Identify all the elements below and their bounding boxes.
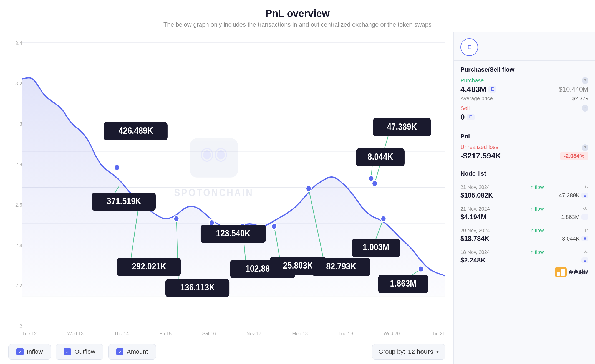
node-4-amount-row: $2.248K E <box>460 256 588 264</box>
y-label-20: 2 <box>8 323 22 329</box>
main-content: 3.4 3.2 3 2.8 2.6 2.4 2.2 2 <box>0 32 595 364</box>
x-label-5: Nov 17 <box>246 331 261 337</box>
node-1-flow: In flow <box>529 184 544 190</box>
purchase-label-row: Purchase ? <box>460 77 588 84</box>
x-axis: Tue 12 Wed 13 Thu 14 Fri 15 Sat 16 Nov 1… <box>22 331 445 337</box>
svg-text:1.863M: 1.863M <box>390 278 417 288</box>
node-4-date: 18 Nov, 2024 <box>460 249 490 255</box>
page-header: PnL overview The below graph only includ… <box>0 0 595 32</box>
node-item-4: 18 Nov, 2024 In flow 👁 $2.248K E <box>460 246 588 281</box>
node-1-date: 21 Nov, 2024 <box>460 184 490 190</box>
node-3-token: 8.044K E <box>562 236 588 242</box>
node-item-3-header: 20 Nov, 2024 In flow 👁 <box>460 228 588 234</box>
sell-help-icon[interactable]: ? <box>582 105 588 112</box>
x-label-6: Mon 18 <box>292 331 308 337</box>
x-label-4: Sat 16 <box>202 331 216 337</box>
svg-point-30 <box>418 266 423 272</box>
outflow-checkbox[interactable]: ✓ <box>64 348 71 355</box>
sidebar-top: E <box>454 32 595 61</box>
node-1-token: 47.389K E <box>559 192 588 199</box>
y-label-24: 2.4 <box>8 243 22 249</box>
sell-token-badge: E <box>467 114 475 120</box>
node-3-usd: $18.784K <box>460 235 489 242</box>
y-label-22: 2.2 <box>8 283 22 289</box>
pnl-title: PnL <box>460 133 588 140</box>
svg-text:◉◉: ◉◉ <box>200 143 228 163</box>
y-label-30: 3 <box>8 121 22 127</box>
svg-text:136.113K: 136.113K <box>180 282 215 292</box>
node-2-date: 21 Nov, 2024 <box>460 206 490 212</box>
x-label-9: Thu 21 <box>430 331 445 337</box>
node-4-usd: $2.248K <box>460 256 486 264</box>
inflow-label: Inflow <box>27 348 43 355</box>
svg-text:82.793K: 82.793K <box>326 261 356 271</box>
unrealized-label: Unrealized loss ? <box>460 144 588 150</box>
svg-text:1.003M: 1.003M <box>363 242 389 252</box>
eye-icon-4[interactable]: 👁 <box>583 249 588 255</box>
svg-rect-58 <box>557 272 560 276</box>
x-label-3: Fri 15 <box>160 331 172 337</box>
svg-point-25 <box>272 223 277 229</box>
pnl-row: -$217.594K -2.084% <box>460 151 588 160</box>
outflow-label: Outflow <box>74 348 95 355</box>
svg-text:371.519K: 371.519K <box>107 196 141 206</box>
svg-text:SPOTONCHAIN: SPOTONCHAIN <box>174 187 253 198</box>
amount-toggle[interactable]: ✓ Amount <box>108 344 156 360</box>
y-label-28: 2.8 <box>8 162 22 168</box>
unrealized-help-icon[interactable]: ? <box>582 144 588 151</box>
svg-point-20 <box>114 165 120 171</box>
price-chart: 426.489K 371.519K 292.021K 136.113K 123.… <box>22 38 445 329</box>
group-by-dropdown[interactable]: Group by: 12 hours ▾ <box>372 344 445 360</box>
avg-price-row: Average price $2.329 <box>460 95 588 102</box>
inflow-checkbox[interactable]: ✓ <box>16 348 24 355</box>
svg-text:8.044K: 8.044K <box>368 152 393 162</box>
token-avatar: E <box>460 38 478 56</box>
inflow-toggle[interactable]: ✓ Inflow <box>8 344 51 360</box>
group-by-value: 12 hours <box>408 348 433 355</box>
y-label-26: 2.6 <box>8 202 22 208</box>
avg-price-value: $2.329 <box>572 95 588 102</box>
node-1-amount-row: $105.082K 47.389K E <box>460 191 588 199</box>
sell-amount: 0 E <box>460 113 475 122</box>
node-item-4-header: 18 Nov, 2024 In flow 👁 <box>460 249 588 255</box>
purchase-amount-value: 4.483M <box>460 85 486 94</box>
x-label-8: Wed 20 <box>384 331 400 337</box>
svg-rect-59 <box>561 269 565 276</box>
pnl-section: PnL Unrealized loss ? -$217.594K -2.084% <box>454 128 595 165</box>
node-3-flow: In flow <box>529 228 544 234</box>
purchase-usd: $10.440M <box>559 85 588 93</box>
purchase-help-icon[interactable]: ? <box>582 77 588 84</box>
y-label-34: 3.4 <box>8 41 22 46</box>
group-by-label: Group by: <box>379 348 405 355</box>
sell-amount-row: 0 E <box>460 113 588 122</box>
eye-icon-3[interactable]: 👁 <box>583 228 588 234</box>
purchase-amount-row: 4.483M E $10.440M <box>460 85 588 94</box>
node-4-flow: In flow <box>529 249 544 255</box>
node-2-usd: $4.194M <box>460 213 486 221</box>
svg-text:292.021K: 292.021K <box>132 261 166 271</box>
eye-icon-2[interactable]: 👁 <box>583 206 588 212</box>
purchase-amount: 4.483M E <box>460 85 496 94</box>
purchase-sell-section: Purchase/Sell flow Purchase ? 4.483M E $… <box>454 61 595 128</box>
purchase-label: Purchase <box>460 77 484 84</box>
node-item-2: 21 Nov, 2024 In flow 👁 $4.194M 1.863M E <box>460 203 588 224</box>
node-2-amount-row: $4.194M 1.863M E <box>460 213 588 221</box>
pnl-percentage-badge: -2.084% <box>560 152 589 160</box>
node-list-section: Node list 21 Nov, 2024 In flow 👁 $105.08… <box>454 165 595 284</box>
node-item-3: 20 Nov, 2024 In flow 👁 $18.784K 8.044K E <box>460 224 588 246</box>
svg-point-22 <box>174 216 179 222</box>
svg-text:25.803K: 25.803K <box>283 260 313 270</box>
svg-text:47.389K: 47.389K <box>387 122 417 132</box>
x-label-1: Wed 13 <box>67 331 84 337</box>
sidebar: E Purchase/Sell flow Purchase ? 4.483M E… <box>453 32 595 364</box>
token-symbol: E <box>467 44 471 50</box>
chevron-down-icon: ▾ <box>436 349 439 355</box>
node-item-1-header: 21 Nov, 2024 In flow 👁 <box>460 184 588 190</box>
purchase-sell-title: Purchase/Sell flow <box>460 66 588 73</box>
node-2-token: 1.863M E <box>561 214 588 220</box>
amount-checkbox[interactable]: ✓ <box>116 348 123 355</box>
node-item-2-header: 21 Nov, 2024 In flow 👁 <box>460 206 588 212</box>
y-axis: 3.4 3.2 3 2.8 2.6 2.4 2.2 2 <box>8 38 22 338</box>
eye-icon-1[interactable]: 👁 <box>583 184 588 190</box>
outflow-toggle[interactable]: ✓ Outflow <box>56 344 103 360</box>
